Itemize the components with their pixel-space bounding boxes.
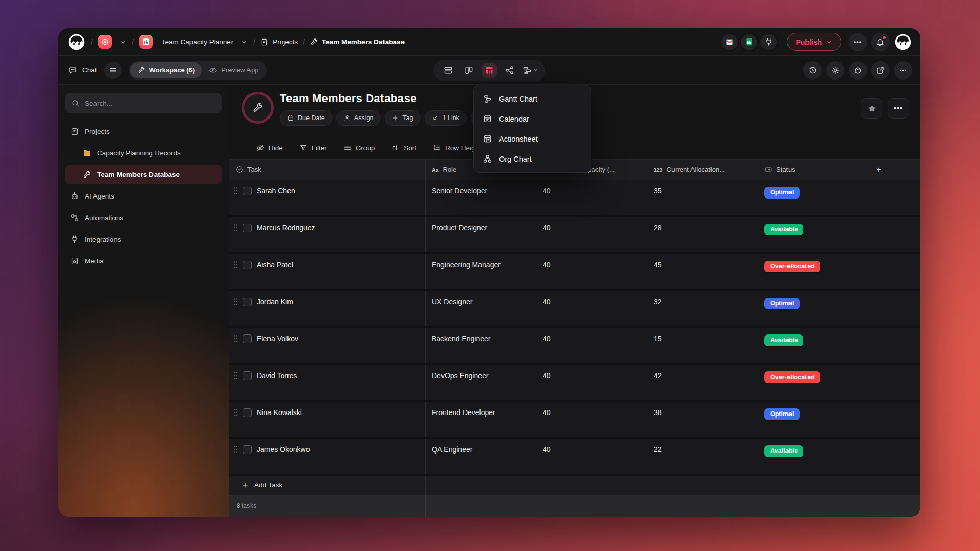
sidebar-item-projects[interactable]: Projects [65, 122, 222, 141]
toolbar-filter[interactable]: Filter [299, 144, 327, 152]
capacity-cell[interactable]: 40 [536, 328, 647, 363]
sidebar-item-capacity-planning-records[interactable]: Capacity Planning Records [65, 143, 222, 163]
view-button-kanban-view[interactable] [461, 63, 476, 78]
task-cell[interactable]: Nina Kowalski [229, 402, 426, 437]
sidebar-item-media[interactable]: Media [65, 251, 222, 270]
menu-item-org-chart[interactable]: Org Chart [477, 149, 587, 169]
column-header-add[interactable]: + [870, 160, 920, 180]
breadcrumb-current-page[interactable]: Team Members Database [310, 38, 405, 46]
search-input[interactable] [85, 100, 216, 107]
role-cell[interactable]: DevOps Engineer [426, 365, 536, 400]
empty-cell[interactable] [870, 217, 920, 252]
row-checkbox[interactable] [243, 261, 252, 269]
status-badge[interactable]: Optimal [764, 408, 800, 420]
capacity-cell[interactable]: 40 [536, 254, 647, 289]
app-logo[interactable] [67, 33, 86, 51]
status-badge[interactable]: Available [764, 224, 803, 235]
favorite-button[interactable] [861, 98, 882, 119]
capacity-cell[interactable]: 40 [536, 217, 647, 252]
row-checkbox[interactable] [243, 371, 252, 380]
status-cell[interactable]: Optimal [758, 402, 870, 437]
role-cell[interactable]: Engineering Manager [426, 254, 536, 289]
role-cell[interactable]: UX Designer [426, 291, 536, 326]
allocation-cell[interactable]: 15 [647, 328, 758, 363]
empty-cell[interactable] [870, 328, 920, 363]
allocation-cell[interactable]: 38 [647, 402, 758, 437]
empty-cell[interactable] [870, 254, 920, 289]
capacity-cell[interactable]: 40 [536, 180, 647, 215]
allocation-cell[interactable]: 22 [647, 439, 758, 474]
status-badge[interactable]: Over-allocated [764, 371, 820, 383]
menu-toggle-button[interactable] [104, 62, 122, 79]
sidebar-item-automations[interactable]: Automations [65, 208, 222, 227]
empty-cell[interactable] [870, 365, 920, 400]
row-checkbox[interactable] [243, 445, 252, 454]
ellipsis-button[interactable] [894, 61, 912, 80]
status-cell[interactable]: Available [758, 328, 870, 363]
row-checkbox[interactable] [243, 408, 252, 417]
more-options-button[interactable]: ••• [849, 33, 867, 51]
capacity-cell[interactable]: 40 [536, 439, 647, 474]
view-button-gantt[interactable] [523, 63, 538, 78]
empty-cell[interactable] [870, 402, 920, 437]
task-cell[interactable]: Marcus Rodriguez [229, 217, 426, 252]
empty-cell[interactable] [870, 180, 920, 215]
status-badge[interactable]: Optimal [764, 298, 800, 309]
sheets-button[interactable] [740, 33, 758, 51]
role-cell[interactable]: Backend Engineer [426, 328, 536, 363]
role-cell[interactable]: Senior Developer [426, 180, 536, 215]
status-cell[interactable]: Available [758, 217, 870, 252]
publish-button[interactable]: Publish [787, 33, 841, 51]
plug-button[interactable] [759, 33, 778, 51]
task-cell[interactable]: Aisha Patel [229, 254, 426, 289]
view-button-grid-view[interactable] [482, 63, 497, 78]
sidebar-item-team-members-database[interactable]: Team Members Database [65, 165, 222, 184]
notifications-button[interactable] [871, 33, 890, 51]
tab-workspace[interactable]: Workspace (6) [130, 62, 202, 78]
allocation-cell[interactable]: 42 [647, 365, 758, 400]
row-checkbox[interactable] [243, 224, 252, 232]
attr-pill-tag[interactable]: Tag [385, 110, 420, 126]
attr-pill-1-link[interactable]: 1 Link [425, 110, 467, 126]
allocation-cell[interactable]: 28 [647, 217, 758, 252]
column-header-current-allocation-[interactable]: 123Current Allocation... [647, 160, 758, 180]
toolbar-hide[interactable]: Hide [256, 144, 283, 152]
gear-button[interactable] [826, 61, 844, 80]
gmail-button[interactable] [720, 33, 739, 51]
status-cell[interactable]: Over-allocated [758, 254, 870, 289]
status-badge[interactable]: Over-allocated [764, 261, 820, 272]
menu-item-actionsheet[interactable]: Actionsheet [477, 129, 587, 149]
export-button[interactable] [871, 61, 890, 80]
row-checkbox[interactable] [243, 298, 252, 306]
capacity-cell[interactable]: 40 [536, 291, 647, 326]
toolbar-sort[interactable]: Sort [391, 144, 416, 152]
attr-pill-due-date[interactable]: Due Date [280, 110, 332, 126]
tab-preview-app[interactable]: Preview App [202, 62, 265, 78]
status-cell[interactable]: Available [758, 439, 870, 474]
column-header-task[interactable]: Task [229, 160, 426, 180]
capacity-cell[interactable]: 40 [536, 402, 647, 437]
allocation-cell[interactable]: 32 [647, 291, 758, 326]
allocation-cell[interactable]: 35 [647, 180, 758, 215]
task-cell[interactable]: Sarah Chen [229, 180, 426, 215]
status-cell[interactable]: Over-allocated [758, 365, 870, 400]
role-cell[interactable]: QA Engineer [426, 439, 536, 474]
add-task-button[interactable]: Add Task [229, 476, 426, 495]
org-switcher[interactable] [98, 35, 127, 49]
support-button[interactable] [849, 61, 867, 80]
task-cell[interactable]: Elena Volkov [229, 328, 426, 363]
chat-button[interactable]: Chat [68, 66, 97, 75]
user-avatar[interactable] [894, 33, 912, 51]
allocation-cell[interactable]: 45 [647, 254, 758, 289]
toolbar-group[interactable]: Group [343, 144, 375, 152]
role-cell[interactable]: Product Designer [426, 217, 536, 252]
task-cell[interactable]: David Torres [229, 365, 426, 400]
row-checkbox[interactable] [243, 334, 252, 343]
task-cell[interactable]: James Okonkwo [229, 439, 426, 474]
role-cell[interactable]: Frontend Developer [426, 402, 536, 437]
task-cell[interactable]: Jordan Kim [229, 291, 426, 326]
row-checkbox[interactable] [243, 187, 252, 195]
status-cell[interactable]: Optimal [758, 291, 870, 326]
attr-pill-assign[interactable]: Assign [336, 110, 381, 126]
breadcrumb-projects[interactable]: Projects [260, 38, 298, 46]
